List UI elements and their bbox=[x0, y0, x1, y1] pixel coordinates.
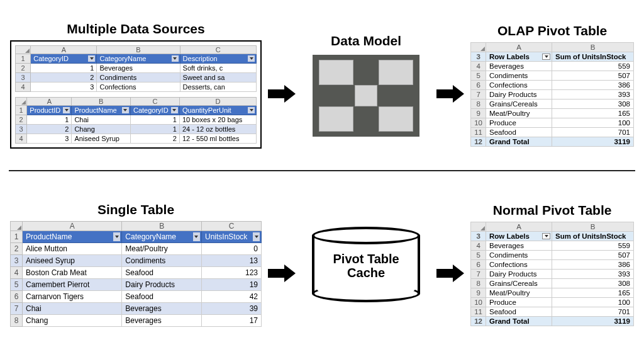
cell[interactable]: Aniseed Syrup bbox=[23, 255, 122, 267]
row-header[interactable]: 3 bbox=[471, 52, 486, 62]
cell[interactable]: Dairy Products bbox=[122, 279, 202, 291]
filter-dropdown-icon[interactable] bbox=[542, 54, 550, 60]
pivot-value[interactable]: 559 bbox=[552, 241, 634, 251]
cell[interactable]: Camembert Pierrot bbox=[23, 279, 122, 291]
pivot-value[interactable]: 507 bbox=[552, 71, 634, 81]
row-header[interactable]: 4 bbox=[11, 267, 23, 279]
pivot-label[interactable]: Produce bbox=[486, 118, 552, 128]
row-header[interactable]: 9 bbox=[471, 288, 486, 298]
pivot-value[interactable]: 393 bbox=[552, 270, 634, 279]
table-header-cell[interactable]: CategoryID bbox=[31, 54, 97, 64]
cell[interactable]: Beverages bbox=[122, 315, 202, 327]
pivot-value[interactable]: 559 bbox=[552, 62, 634, 71]
row-header[interactable]: 8 bbox=[471, 100, 486, 109]
pivot-label[interactable]: Dairy Products bbox=[486, 270, 552, 279]
table-header-cell[interactable]: ProductName bbox=[23, 231, 122, 243]
row-header[interactable]: 10 bbox=[471, 118, 486, 128]
row-header[interactable]: 6 bbox=[471, 260, 486, 270]
row-header[interactable]: 10 bbox=[471, 298, 486, 307]
pivot-value[interactable]: 100 bbox=[552, 298, 634, 307]
row-header[interactable]: 12 bbox=[471, 317, 486, 326]
row-header[interactable]: 5 bbox=[11, 279, 23, 291]
row-header[interactable]: 2 bbox=[16, 64, 31, 73]
row-header[interactable]: 4 bbox=[471, 241, 486, 251]
row-header[interactable]: 6 bbox=[471, 81, 486, 90]
row-header[interactable]: 3 bbox=[471, 232, 486, 241]
cell[interactable]: Chai bbox=[23, 303, 122, 315]
pivot-label[interactable]: Meat/Poultry bbox=[486, 288, 552, 298]
row-header[interactable]: 11 bbox=[471, 307, 486, 317]
pivot-value[interactable]: 100 bbox=[552, 118, 634, 128]
pivot-value[interactable]: 701 bbox=[552, 128, 634, 137]
pivot-value[interactable]: 507 bbox=[552, 251, 634, 260]
table-header-cell[interactable]: Description bbox=[180, 54, 256, 64]
row-labels-header[interactable]: Row Labels bbox=[486, 52, 552, 62]
filter-dropdown-icon[interactable] bbox=[171, 107, 178, 113]
pivot-label[interactable]: Confections bbox=[486, 260, 552, 270]
pivot-value[interactable]: 165 bbox=[552, 109, 634, 118]
cell[interactable]: Condiments bbox=[122, 255, 202, 267]
filter-dropdown-icon[interactable] bbox=[542, 233, 550, 239]
pivot-label[interactable]: Beverages bbox=[486, 241, 552, 251]
col-header[interactable]: B bbox=[72, 98, 131, 106]
select-all-icon[interactable] bbox=[16, 98, 27, 106]
cell[interactable]: Carnarvon Tigers bbox=[23, 291, 122, 303]
col-header[interactable]: A bbox=[27, 98, 72, 106]
pivot-value[interactable]: 165 bbox=[552, 288, 634, 298]
row-header[interactable]: 6 bbox=[11, 291, 23, 303]
row-header[interactable]: 3 bbox=[16, 125, 27, 134]
row-header[interactable]: 8 bbox=[471, 279, 486, 288]
filter-dropdown-icon[interactable] bbox=[172, 55, 179, 62]
cell[interactable]: Meat/Poultry bbox=[122, 243, 202, 255]
row-header[interactable]: 5 bbox=[471, 71, 486, 81]
filter-dropdown-icon[interactable] bbox=[88, 55, 95, 62]
row-header[interactable]: 2 bbox=[16, 115, 27, 125]
cell[interactable]: Seafood bbox=[122, 291, 202, 303]
table-header-cell[interactable]: ProductName bbox=[72, 106, 131, 115]
table-header-cell[interactable]: CategoryID bbox=[130, 106, 179, 115]
row-header[interactable]: 11 bbox=[471, 128, 486, 137]
col-header[interactable]: B bbox=[552, 222, 634, 232]
col-header[interactable]: B bbox=[97, 46, 180, 54]
filter-dropdown-icon[interactable] bbox=[63, 107, 70, 113]
pivot-label[interactable]: Seafood bbox=[486, 128, 552, 137]
cell[interactable]: 17 bbox=[201, 315, 261, 327]
table-header-cell[interactable]: UnitsInStock bbox=[201, 231, 261, 243]
col-header[interactable]: C bbox=[201, 222, 261, 231]
pivot-label[interactable]: Dairy Products bbox=[486, 90, 552, 100]
col-header[interactable]: A bbox=[23, 222, 122, 231]
row-labels-header[interactable]: Row Labels bbox=[486, 232, 552, 241]
pivot-label[interactable]: Condiments bbox=[486, 251, 552, 260]
pivot-label[interactable]: Meat/Poultry bbox=[486, 109, 552, 118]
table-header-cell[interactable]: QuantityPerUnit bbox=[179, 106, 256, 115]
pivot-value[interactable]: 308 bbox=[552, 100, 634, 109]
pivot-value[interactable]: 386 bbox=[552, 81, 634, 90]
table-header-cell[interactable]: CategoryName bbox=[97, 54, 180, 64]
row-header[interactable]: 7 bbox=[471, 270, 486, 279]
pivot-value[interactable]: 308 bbox=[552, 279, 634, 288]
cell[interactable]: 39 bbox=[201, 303, 261, 315]
cell[interactable]: 13 bbox=[201, 255, 261, 267]
row-header[interactable]: 12 bbox=[471, 137, 486, 147]
col-header[interactable]: B bbox=[552, 43, 634, 52]
pivot-label[interactable]: Seafood bbox=[486, 307, 552, 317]
pivot-value[interactable]: 393 bbox=[552, 90, 634, 100]
row-header[interactable]: 3 bbox=[11, 255, 23, 267]
cell[interactable]: 19 bbox=[201, 279, 261, 291]
filter-dropdown-icon[interactable] bbox=[248, 55, 255, 62]
row-header[interactable]: 8 bbox=[11, 315, 23, 327]
col-header[interactable]: A bbox=[31, 46, 97, 54]
select-all-icon[interactable] bbox=[471, 43, 486, 52]
filter-dropdown-icon[interactable] bbox=[122, 107, 129, 113]
col-header[interactable]: C bbox=[130, 98, 179, 106]
cell[interactable]: Alice Mutton bbox=[23, 243, 122, 255]
row-header[interactable]: 5 bbox=[471, 251, 486, 260]
col-header[interactable]: A bbox=[486, 43, 552, 52]
row-header[interactable]: 1 bbox=[11, 231, 23, 243]
filter-dropdown-icon[interactable] bbox=[248, 107, 255, 113]
row-header[interactable]: 4 bbox=[16, 82, 31, 92]
cell[interactable]: 123 bbox=[201, 267, 261, 279]
pivot-label[interactable]: Confections bbox=[486, 81, 552, 90]
pivot-label[interactable]: Produce bbox=[486, 298, 552, 307]
row-header[interactable]: 9 bbox=[471, 109, 486, 118]
